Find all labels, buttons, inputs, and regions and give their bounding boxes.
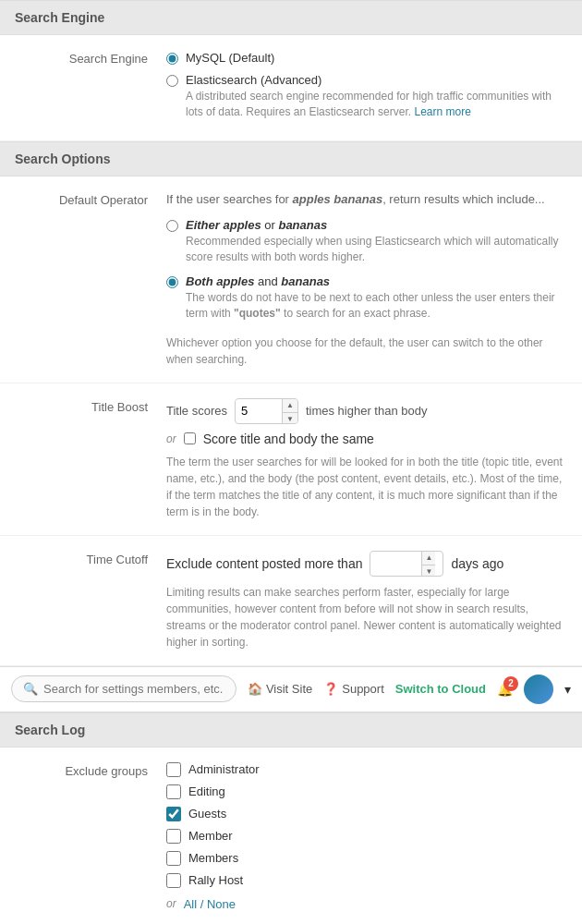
operator-footer-hint: Whichever option you choose for the defa…: [166, 334, 564, 368]
title-boost-arrows[interactable]: ▲ ▼: [282, 399, 297, 423]
either-label: Either apples or bananas: [186, 218, 327, 232]
title-boost-suffix: times higher than body: [306, 404, 428, 418]
administrator-label: Administrator: [188, 762, 260, 776]
both-radio[interactable]: [166, 276, 178, 288]
time-cutoff-content: Exclude content posted more than ▲ ▼ day…: [166, 551, 564, 650]
title-boost-or-label: or: [166, 432, 176, 445]
title-boost-spinner[interactable]: ▲ ▼: [235, 398, 298, 424]
navbar: 🔍 🏠 Visit Site ❓ Support Switch to Cloud…: [0, 666, 582, 712]
default-operator-content: If the user searches for apples bananas,…: [166, 191, 564, 368]
support-link[interactable]: ❓ Support: [323, 682, 384, 696]
learn-more-link[interactable]: Learn more: [414, 105, 470, 118]
guests-label: Guests: [188, 807, 226, 821]
both-label: Both apples and bananas: [186, 274, 330, 288]
elasticsearch-desc: A distributed search engine recommended …: [186, 89, 564, 120]
days-input[interactable]: [370, 553, 421, 574]
search-bar[interactable]: 🔍: [11, 675, 236, 702]
title-scores-prefix: Title scores: [166, 404, 227, 418]
title-boost-label: Title Boost: [18, 398, 166, 414]
search-engine-header: Search Engine: [0, 0, 582, 35]
default-operator-label: Default Operator: [18, 191, 166, 207]
administrator-option[interactable]: Administrator: [166, 762, 564, 777]
support-label: Support: [342, 682, 384, 696]
search-engine-row: Search Engine MySQL (Default) Elasticsea…: [0, 35, 582, 141]
avatar[interactable]: [524, 675, 553, 704]
title-boost-control: Title scores ▲ ▼ times higher than body: [166, 398, 564, 424]
rally-host-label: Rally Host: [188, 873, 243, 887]
search-engine-content: MySQL (Default) Elasticsearch (Advanced)…: [166, 50, 564, 126]
mysql-radio[interactable]: [166, 53, 178, 65]
title-boost-row: Title Boost Title scores ▲ ▼ times highe…: [0, 383, 582, 536]
rally-host-checkbox[interactable]: [166, 873, 181, 888]
mysql-option[interactable]: MySQL (Default): [166, 50, 564, 65]
search-input[interactable]: [43, 682, 224, 696]
search-options-section: Search Options Default Operator If the u…: [0, 141, 582, 666]
search-log-header: Search Log: [0, 712, 582, 748]
search-icon: 🔍: [23, 682, 38, 696]
elasticsearch-label: Elasticsearch (Advanced): [186, 73, 321, 87]
time-cutoff-row: Time Cutoff Exclude content posted more …: [0, 536, 582, 666]
all-none-row: or All / None: [166, 897, 564, 911]
time-cutoff-hint: Limiting results can make searches perfo…: [166, 584, 564, 650]
same-score-label: Score title and body the same: [203, 432, 374, 446]
chevron-down-icon[interactable]: ▾: [564, 682, 571, 697]
groups-checkbox-group: Administrator Editing Guests Member: [166, 762, 564, 888]
editing-option[interactable]: Editing: [166, 784, 564, 799]
either-desc: Recommended especially when using Elasti…: [186, 234, 564, 265]
default-operator-row: Default Operator If the user searches fo…: [0, 176, 582, 383]
switch-cloud-button[interactable]: Switch to Cloud: [395, 682, 486, 696]
exclude-groups-content: Administrator Editing Guests Member: [166, 762, 564, 924]
nav-actions: 🏠 Visit Site ❓ Support Switch to Cloud 🔔…: [248, 675, 571, 704]
members-label: Members: [188, 851, 238, 865]
exclude-groups-label: Exclude groups: [18, 762, 166, 778]
time-cutoff-prefix: Exclude content posted more than: [166, 556, 362, 571]
both-option[interactable]: Both apples and bananas The words do not…: [166, 274, 564, 322]
title-boost-or-row: or Score title and body the same: [166, 432, 564, 446]
search-engine-label: Search Engine: [18, 50, 166, 66]
visit-site-link[interactable]: 🏠 Visit Site: [248, 682, 312, 696]
elasticsearch-option[interactable]: Elasticsearch (Advanced) A distributed s…: [166, 72, 564, 120]
search-options-header: Search Options: [0, 141, 582, 176]
notification-bell[interactable]: 🔔 2: [497, 682, 513, 697]
either-radio[interactable]: [166, 220, 178, 232]
home-icon: 🏠: [248, 682, 262, 696]
days-input-wrapper[interactable]: ▲ ▼: [370, 551, 443, 577]
elasticsearch-radio[interactable]: [166, 75, 178, 87]
search-log-section: Search Log Exclude groups Administrator …: [0, 712, 582, 924]
mysql-label: MySQL (Default): [186, 51, 274, 65]
member-option[interactable]: Member: [166, 829, 564, 844]
guests-checkbox[interactable]: [166, 807, 181, 821]
editing-label: Editing: [188, 784, 225, 798]
title-boost-input[interactable]: [236, 400, 282, 421]
same-score-checkbox[interactable]: [184, 432, 196, 444]
rally-host-option[interactable]: Rally Host: [166, 873, 564, 888]
days-arrows[interactable]: ▲ ▼: [421, 552, 435, 576]
guests-option[interactable]: Guests: [166, 807, 564, 821]
exclude-groups-row: Exclude groups Administrator Editing Gue…: [0, 748, 582, 924]
editing-checkbox[interactable]: [166, 784, 181, 799]
all-none-or-label: or: [166, 897, 176, 910]
notification-badge: 2: [503, 676, 518, 691]
title-boost-content: Title scores ▲ ▼ times higher than body …: [166, 398, 564, 520]
search-engine-section: Search Engine Search Engine MySQL (Defau…: [0, 0, 582, 141]
support-icon: ❓: [323, 682, 338, 696]
member-checkbox[interactable]: [166, 829, 181, 844]
member-label: Member: [188, 829, 233, 843]
time-cutoff-suffix: days ago: [451, 556, 503, 571]
days-down[interactable]: ▼: [422, 565, 435, 577]
title-boost-down[interactable]: ▼: [283, 413, 297, 424]
time-cutoff-control: Exclude content posted more than ▲ ▼ day…: [166, 551, 564, 577]
title-boost-up[interactable]: ▲: [283, 399, 297, 413]
both-desc: The words do not have to be next to each…: [186, 290, 564, 322]
title-boost-hint: The term the user searches for will be l…: [166, 454, 564, 520]
administrator-checkbox[interactable]: [166, 762, 181, 777]
visit-site-label: Visit Site: [266, 682, 312, 696]
operator-description: If the user searches for apples bananas,…: [166, 191, 564, 208]
either-option[interactable]: Either apples or bananas Recommended esp…: [166, 217, 564, 265]
time-cutoff-label: Time Cutoff: [18, 551, 166, 566]
all-none-link[interactable]: All / None: [184, 897, 236, 911]
members-option[interactable]: Members: [166, 851, 564, 866]
members-checkbox[interactable]: [166, 851, 181, 866]
days-up[interactable]: ▲: [422, 552, 435, 565]
